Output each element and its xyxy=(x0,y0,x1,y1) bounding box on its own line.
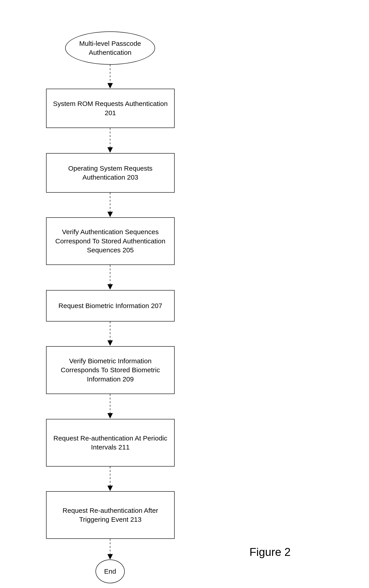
step-205-label: Verify Authentication SequencesCorrespon… xyxy=(55,227,165,255)
step-205: Verify Authentication SequencesCorrespon… xyxy=(46,217,174,265)
step-213-label: Request Re-authentication AfterTriggerin… xyxy=(62,506,158,524)
figure-label-text: Figure 2 xyxy=(249,546,291,558)
step-209-label: Verify Biometric InformationCorresponds … xyxy=(61,356,160,384)
step-207: Request Biometric Information 207 xyxy=(46,290,174,322)
step-211: Request Re-authentication At PeriodicInt… xyxy=(46,419,174,467)
step-203-label: Operating System RequestsAuthentication … xyxy=(68,164,152,182)
step-211-label: Request Re-authentication At PeriodicInt… xyxy=(53,434,167,452)
start-label: Multi-level PasscodeAuthentication xyxy=(79,39,141,57)
end-node: End xyxy=(95,559,125,583)
end-label: End xyxy=(104,567,116,576)
step-207-label: Request Biometric Information 207 xyxy=(58,301,162,311)
step-201-label: System ROM Requests Authentication201 xyxy=(53,99,168,118)
step-209: Verify Biometric InformationCorresponds … xyxy=(46,346,174,394)
step-201: System ROM Requests Authentication201 xyxy=(46,89,174,128)
step-213: Request Re-authentication AfterTriggerin… xyxy=(46,491,174,539)
step-203: Operating System RequestsAuthentication … xyxy=(46,153,174,193)
flowchart-canvas: Multi-level PasscodeAuthentication Syste… xyxy=(0,0,369,588)
start-node: Multi-level PasscodeAuthentication xyxy=(65,31,155,65)
figure-label: Figure 2 xyxy=(249,546,291,559)
